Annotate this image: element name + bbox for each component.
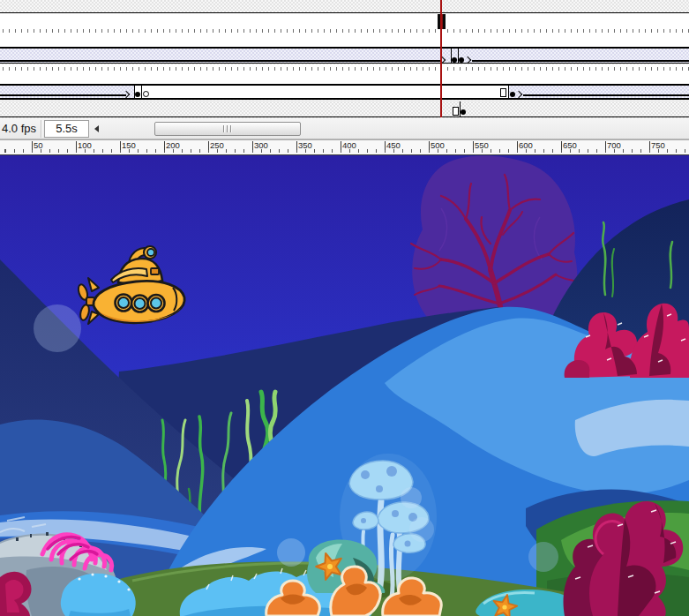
app-window: 4.0 fps 5.5s 501001502002503003504004505… (0, 0, 689, 616)
timeline-statusbar: 4.0 fps 5.5s (0, 118, 689, 139)
portholes (116, 295, 165, 312)
ruler-tick (561, 141, 562, 150)
stage-ruler: 5010015020025030035040045050055060065070… (0, 139, 689, 155)
timeline-track-3[interactable] (0, 64, 689, 84)
keyframe-hollow-rect[interactable] (500, 88, 506, 97)
ruler-tick-label: 250 (210, 141, 224, 150)
keyframe-dot[interactable] (452, 57, 457, 63)
ruler-tick (517, 141, 518, 150)
tween-line (523, 94, 689, 96)
tween-line (0, 94, 126, 96)
timeline-track-4[interactable] (0, 86, 689, 100)
ruler-tick-label: 150 (122, 141, 136, 150)
ruler-tick (208, 141, 209, 150)
ruler-tick (473, 141, 474, 150)
ruler-tick-label: 100 (78, 141, 92, 150)
ruler-tick (32, 141, 33, 150)
scroll-left-arrow-icon[interactable] (94, 125, 99, 132)
timeline-scrollbar-thumb[interactable] (154, 122, 301, 136)
scrollbar-grip-icon (223, 125, 233, 132)
ruler-tick (429, 141, 430, 150)
timeline-panel[interactable] (0, 0, 689, 118)
ruler-tick-label: 650 (563, 141, 577, 150)
ruler-tick (252, 141, 253, 150)
ruler-tick (605, 141, 606, 150)
ruler-tick (76, 141, 77, 150)
ruler-tick-label: 350 (298, 141, 312, 150)
keyframe-cell-border (141, 86, 142, 98)
timeline-track-5[interactable] (0, 101, 689, 117)
timeline-track-1[interactable] (0, 13, 689, 47)
current-time-field[interactable]: 5.5s (44, 120, 89, 138)
ruler-tick-label: 400 (342, 141, 356, 150)
keyframe-hollow-dot[interactable] (143, 91, 149, 97)
fps-label: 4.0 fps (2, 122, 36, 135)
ruler-tick-label: 750 (651, 141, 665, 150)
ruler-tick-label: 50 (34, 141, 43, 150)
playhead-line[interactable] (440, 0, 442, 117)
ruler-tick-label: 600 (519, 141, 533, 150)
keyframe-dot[interactable] (135, 92, 140, 97)
tween-span (0, 86, 134, 98)
stage-canvas[interactable] (0, 155, 689, 616)
keyframe-cell-border (460, 101, 461, 116)
keyframe-dot[interactable] (461, 109, 466, 115)
crimson-corner-coral (0, 572, 32, 616)
frame-tick-strip (0, 67, 689, 71)
ruler-tick (296, 141, 297, 150)
ruler-tick-label: 500 (431, 141, 445, 150)
ruler-tick-label: 300 (254, 141, 268, 150)
tween-continue-icon (464, 56, 471, 64)
ruler-tick (649, 141, 650, 150)
frame-tick-strip (0, 29, 689, 33)
timeline-track-2[interactable] (0, 49, 689, 64)
ruler-tick-label: 450 (386, 141, 401, 150)
keyframe-hollow-rect[interactable] (453, 107, 459, 116)
tween-line (0, 60, 442, 62)
ruler-tick-label: 700 (607, 141, 621, 150)
ruler-tick (385, 141, 386, 150)
ruler-tick (120, 141, 121, 150)
ruler-tick (164, 141, 165, 150)
tween-line (472, 60, 689, 62)
tween-span (509, 86, 689, 98)
ruler-tick-label: 550 (475, 141, 489, 150)
ruler-tick (341, 141, 341, 150)
ruler-tick-label: 200 (166, 141, 180, 150)
statusbar-separator (41, 120, 42, 138)
